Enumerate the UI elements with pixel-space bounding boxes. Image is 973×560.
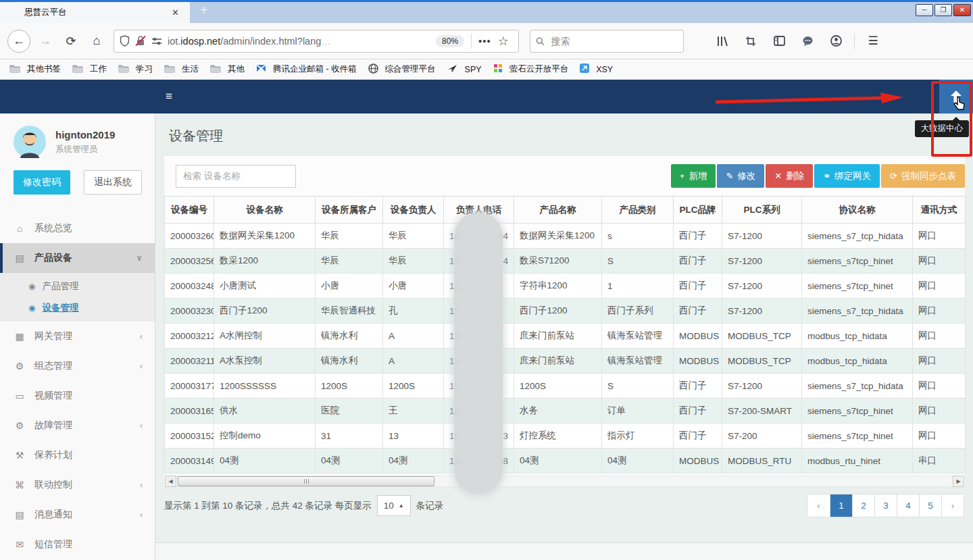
reload-button[interactable]: ⟳ xyxy=(60,30,82,52)
minimize-button[interactable]: ─ xyxy=(916,4,933,16)
table-cell: 西门子 xyxy=(674,399,722,424)
table-row[interactable]: 200003212A水闸控制镇海水利A13庶来门前泵站镇海泵站管理MODBUSM… xyxy=(165,324,966,349)
page-button-›[interactable]: › xyxy=(941,494,964,517)
bookmark-item[interactable]: SPY xyxy=(447,64,482,75)
browser-tab[interactable]: 思普云平台 ✕ xyxy=(0,2,191,23)
avatar[interactable] xyxy=(14,126,46,158)
shield-icon[interactable] xyxy=(120,35,130,47)
account-icon[interactable] xyxy=(825,30,847,52)
page-button-‹[interactable]: ‹ xyxy=(807,494,830,517)
plus-icon: + xyxy=(680,171,685,181)
scrollbar-thumb[interactable] xyxy=(178,476,434,486)
table-cell: 200003211 xyxy=(165,349,214,374)
table-row[interactable]: 200003230西门子1200华辰智通科技孔15西门子1200西门子系列西门子… xyxy=(165,299,966,324)
permissions-icon[interactable] xyxy=(151,36,162,46)
bookmark-item[interactable]: 其他 xyxy=(210,63,245,75)
toolbar-button-强制同步点表[interactable]: ⟳强制同步点表 xyxy=(881,164,965,188)
insecure-lock-icon[interactable] xyxy=(135,35,146,47)
table-cell: 04测 xyxy=(602,449,674,474)
forward-button[interactable]: → xyxy=(34,30,56,52)
bookmark-item[interactable]: 萤石云开放平台 xyxy=(493,63,569,75)
sidebar-item-视频管理[interactable]: ▭视频管理 xyxy=(0,381,155,411)
page-button-2[interactable]: 2 xyxy=(852,494,874,517)
new-tab-button[interactable]: + xyxy=(191,2,218,23)
bookmark-star-icon[interactable]: ☆ xyxy=(498,34,509,49)
page-actions-icon[interactable]: ••• xyxy=(478,35,491,47)
table-cell: siemens_s7tcp_hinet xyxy=(802,274,913,299)
page-button-4[interactable]: 4 xyxy=(897,494,919,517)
logout-button[interactable]: 退出系统 xyxy=(84,170,142,195)
sidebar-item-系统总览[interactable]: ⌂系统总览 xyxy=(0,213,155,243)
video-icon: ▦ xyxy=(14,331,26,342)
scroll-left-arrow[interactable]: ◀ xyxy=(165,476,176,487)
table-cell: 1200S xyxy=(514,374,602,399)
sidebar-item-消息通知[interactable]: ▤消息通知‹ xyxy=(0,500,155,530)
messages-icon[interactable] xyxy=(797,30,818,52)
sidebar-item-label: 产品设备 xyxy=(34,252,72,264)
bookmark-item[interactable]: 其他书签 xyxy=(9,63,61,75)
bookmark-item[interactable]: 生活 xyxy=(164,63,199,75)
privacy-blur-overlay xyxy=(454,212,503,494)
table-cell: 西门子系列 xyxy=(602,299,674,324)
column-header: 设备编号 xyxy=(165,197,214,224)
bookmark-item[interactable]: XSY xyxy=(580,63,613,75)
sidebar-item-故障管理[interactable]: ⚙故障管理‹ xyxy=(0,411,155,440)
page-button-1[interactable]: 1 xyxy=(830,494,852,517)
page-button-3[interactable]: 3 xyxy=(874,494,897,517)
sidebar-item-组态管理[interactable]: ⚙组态管理‹ xyxy=(0,351,155,381)
table-cell: 小唐 xyxy=(383,274,444,299)
toolbar-button-删除[interactable]: ✕删除 xyxy=(766,164,813,188)
url-bar[interactable]: iot.idosp.net/admin/index.html?lang… 80%… xyxy=(114,30,519,53)
close-window-button[interactable]: ✕ xyxy=(953,4,971,16)
table-row[interactable]: 200003260数据网关采集1200华辰华辰1804数据网关采集1200s西门… xyxy=(165,224,966,249)
table-row[interactable]: 2000031771200SSSSSS1200S1200S151200SS西门子… xyxy=(165,374,966,399)
sidebar-collapse-icon[interactable]: ≡ xyxy=(166,90,172,103)
submenu-item-产品管理[interactable]: ◉产品管理 xyxy=(0,276,155,297)
sidebar-item-短信管理[interactable]: ✉短信管理 xyxy=(0,530,155,559)
table-cell: 西门子1200 xyxy=(214,299,316,324)
browser-search-bar[interactable] xyxy=(530,30,684,53)
restore-button[interactable]: ❐ xyxy=(934,4,952,16)
screenshot-icon[interactable] xyxy=(740,30,762,52)
sidebar-item-保养计划[interactable]: ⚒保养计划 xyxy=(0,440,155,470)
bookmark-label: 综合管理平台 xyxy=(385,63,436,75)
table-cell: 1200S xyxy=(316,374,383,399)
page-size-select[interactable]: 10 ▲ xyxy=(377,495,411,516)
home-button[interactable]: ⌂ xyxy=(86,30,107,52)
table-row[interactable]: 200003152控制demo3113153灯控系统指示灯西门子S7-200si… xyxy=(165,424,966,449)
sidebar-item-联动控制[interactable]: ⌘联动控制‹ xyxy=(0,470,155,500)
bookmark-item[interactable]: 综合管理平台 xyxy=(368,63,436,76)
table-row[interactable]: 200003248小唐测试小唐小唐13字符串12001西门子S7-1200sie… xyxy=(165,274,966,299)
browser-search-input[interactable] xyxy=(550,35,678,47)
table-cell: MODBUS xyxy=(674,449,722,474)
page-title: 设备管理 xyxy=(169,127,973,145)
sidebar-toggle-icon[interactable] xyxy=(768,30,790,52)
table-cell: modbus_tcp_hidata xyxy=(802,349,913,374)
scroll-right-arrow[interactable]: ▶ xyxy=(953,476,964,487)
back-button[interactable]: ← xyxy=(7,30,30,53)
table-row[interactable]: 20000314904测04测04测153804测04测MODBUSMODBUS… xyxy=(165,449,966,474)
bookmark-item[interactable]: 腾讯企业邮箱 - 收件箱 xyxy=(256,63,357,75)
bookmark-item[interactable]: 学习 xyxy=(118,63,153,75)
table-cell: 小唐测试 xyxy=(214,274,316,299)
sidebar-item-网关管理[interactable]: ▦网关管理‹ xyxy=(0,322,155,351)
sidebar-item-产品设备[interactable]: ▤产品设备∨ xyxy=(0,243,155,273)
table-row[interactable]: 200003165供水医院王18水务订单西门子S7-200-SMARTsieme… xyxy=(165,399,966,424)
toolbar-button-绑定网关[interactable]: ⚭绑定网关 xyxy=(814,164,880,188)
toolbar-button-修改[interactable]: ✎修改 xyxy=(717,164,764,188)
menu-icon[interactable]: ☰ xyxy=(862,30,884,52)
table-row[interactable]: 200003211A水泵控制镇海水利A13庶来门前泵站镇海泵站管理MODBUSM… xyxy=(165,349,966,374)
page-button-5[interactable]: 5 xyxy=(919,494,941,517)
zoom-level-badge[interactable]: 80% xyxy=(436,35,464,47)
device-search-input[interactable] xyxy=(176,165,296,188)
scrollbar-track[interactable] xyxy=(176,476,953,487)
user-block: hignton2019 系统管理员 xyxy=(0,113,155,158)
library-icon[interactable] xyxy=(712,30,733,52)
toolbar-button-新增[interactable]: +新增 xyxy=(671,164,716,188)
submenu-item-设备管理[interactable]: ◉设备管理 xyxy=(0,297,155,319)
change-password-button[interactable]: 修改密码 xyxy=(14,170,70,195)
close-tab-icon[interactable]: ✕ xyxy=(168,6,183,19)
table-row[interactable]: 200003256数采1200华辰华辰184数采S71200S西门子S7-120… xyxy=(165,249,966,274)
table-cell: A水闸控制 xyxy=(214,324,316,349)
bookmark-item[interactable]: 工作 xyxy=(72,63,107,75)
